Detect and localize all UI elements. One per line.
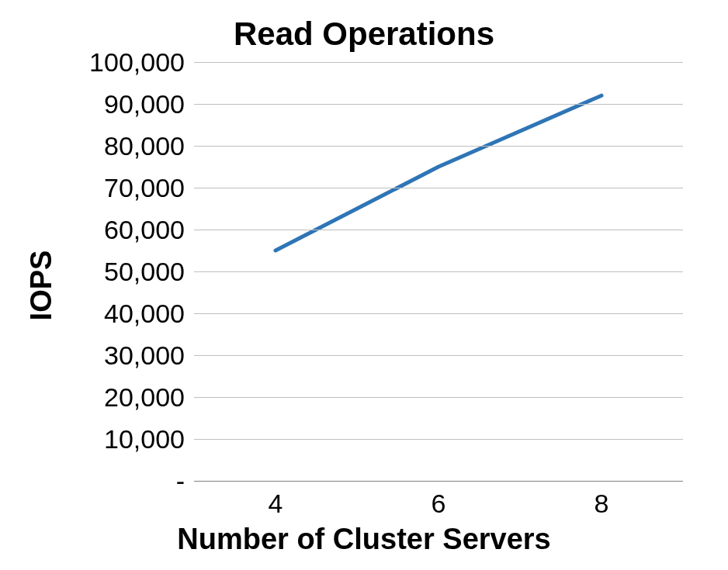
gridline [194, 397, 683, 398]
gridline [194, 355, 683, 356]
gridline [194, 62, 683, 63]
y-tick-label: 50,000 [68, 257, 185, 287]
gridline [194, 146, 683, 147]
y-tick-label: 40,000 [68, 299, 185, 329]
gridline [194, 188, 683, 188]
y-tick-label: 10,000 [68, 424, 185, 454]
y-tick-label: - [68, 466, 185, 496]
y-tick-label: 90,000 [68, 89, 185, 119]
gridline [194, 481, 683, 482]
y-tick-label: 30,000 [68, 340, 185, 371]
y-tick-label: 70,000 [68, 173, 185, 203]
y-axis-title: IOPS [25, 250, 58, 320]
chart-container: Read Operations IOPS Number of Cluster S… [0, 0, 728, 570]
gridline [194, 313, 683, 314]
x-tick-label: 4 [269, 489, 283, 519]
gridline [194, 230, 683, 230]
gridline [194, 271, 683, 272]
plot-area: -10,00020,00030,00040,00050,00060,00070,… [194, 62, 683, 481]
y-tick-label: 80,000 [68, 131, 185, 161]
gridline [194, 439, 683, 440]
y-tick-label: 100,000 [68, 47, 185, 78]
x-tick-label: 6 [432, 489, 446, 519]
y-tick-label: 20,000 [68, 382, 185, 413]
y-tick-label: 60,000 [68, 215, 185, 245]
x-tick-label: 8 [595, 489, 609, 519]
gridline [194, 104, 683, 105]
x-axis-title: Number of Cluster Servers [0, 523, 728, 556]
